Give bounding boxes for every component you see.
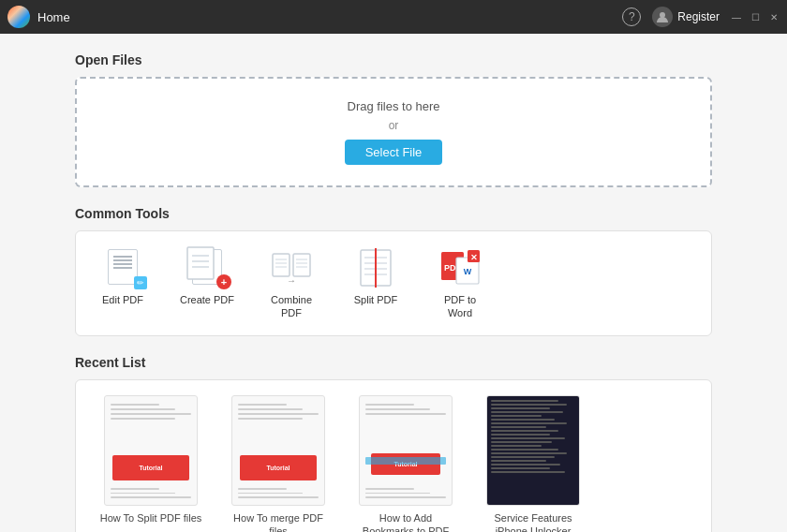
tool-edit-pdf[interactable]: ✏ Edit PDF: [95, 246, 151, 306]
minimize-button[interactable]: —: [731, 11, 742, 22]
tool-split-pdf[interactable]: Split PDF: [348, 246, 404, 306]
create-pdf-label: Create PDF: [180, 293, 234, 306]
recent-item-service[interactable]: Service Features iPhone Unlocker: [477, 395, 589, 532]
edit-pdf-label: Edit PDF: [102, 293, 143, 306]
combine-pdf-icon: →: [271, 246, 312, 288]
svg-rect-1: [187, 247, 214, 279]
open-files-section: Open Files Drag files to here or Select …: [75, 52, 712, 187]
recent-thumb-merge: Tutorial: [231, 395, 325, 506]
recent-item-split[interactable]: Tutorial How To Split PDF files: [95, 395, 207, 532]
pdf-to-word-icon: PDF W ✕: [439, 246, 481, 288]
combine-pdf-label: CombinePDF: [271, 293, 312, 320]
main-content: Open Files Drag files to here or Select …: [0, 34, 787, 532]
user-avatar: [652, 7, 673, 27]
edit-pdf-icon: ✏: [102, 246, 143, 288]
svg-text:→: →: [287, 275, 296, 286]
maximize-button[interactable]: ☐: [750, 11, 761, 22]
split-pdf-label: Split PDF: [354, 293, 397, 306]
titlebar: Home ? Register — ☐ ✕: [0, 0, 787, 34]
register-label: Register: [677, 10, 720, 23]
register-button[interactable]: Register: [652, 7, 720, 27]
recent-thumb-service: [486, 395, 580, 506]
recent-item-merge[interactable]: Tutorial How To merge PDF files: [222, 395, 334, 532]
recent-thumb-bookmarks: Tutorial: [359, 395, 453, 506]
drop-zone[interactable]: Drag files to here or Select File: [75, 77, 712, 187]
recent-label-split: How To Split PDF files: [100, 511, 202, 525]
tool-create-pdf[interactable]: + Create PDF: [179, 246, 235, 306]
or-text: or: [389, 119, 399, 132]
split-pdf-icon: [355, 246, 396, 288]
svg-text:✕: ✕: [470, 253, 478, 262]
close-button[interactable]: ✕: [768, 11, 780, 22]
pdf-to-word-label: PDF toWord: [444, 293, 476, 320]
tools-container: ✏ Edit PDF + Crea: [75, 230, 712, 336]
recent-container: Tutorial How To Split PDF files: [75, 379, 712, 532]
create-pdf-icon: +: [186, 246, 228, 288]
common-tools-section: Common Tools ✏ Edit PDF: [75, 206, 712, 336]
recent-label-service: Service Features iPhone Unlocker: [482, 511, 585, 532]
app-title: Home: [37, 10, 70, 24]
recent-label-bookmarks: How to Add Bookmarks to PDF: [354, 511, 457, 532]
open-files-title: Open Files: [75, 52, 712, 67]
select-file-button[interactable]: Select File: [345, 140, 443, 165]
tool-pdf-to-word[interactable]: PDF W ✕ PDF toWord: [432, 246, 488, 320]
common-tools-title: Common Tools: [75, 206, 712, 221]
svg-rect-5: [273, 254, 290, 276]
drag-text: Drag files to here: [348, 99, 440, 113]
svg-rect-9: [293, 254, 310, 276]
recent-thumb-split: Tutorial: [104, 395, 198, 506]
help-button[interactable]: ?: [622, 7, 641, 26]
svg-text:W: W: [464, 267, 472, 276]
pencil-icon: ✏: [134, 276, 147, 289]
app-logo: [7, 6, 30, 28]
titlebar-left: Home: [7, 6, 70, 28]
create-plus-icon: +: [216, 274, 231, 289]
window-controls: — ☐ ✕: [731, 11, 780, 22]
recent-item-bookmarks[interactable]: Tutorial How to Add Bookmarks to PDF: [349, 395, 462, 532]
titlebar-right: ? Register — ☐ ✕: [622, 7, 780, 27]
recent-list-title: Recent List: [75, 355, 712, 370]
recent-label-merge: How To merge PDF files: [227, 511, 330, 532]
tool-combine-pdf[interactable]: → CombinePDF: [263, 246, 319, 320]
recent-list-section: Recent List Tutorial: [75, 355, 712, 532]
